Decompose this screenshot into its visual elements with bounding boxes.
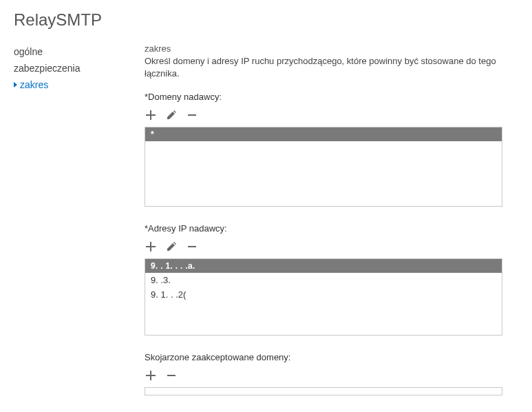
edit-button[interactable] xyxy=(165,109,178,121)
plus-icon xyxy=(146,371,156,380)
assoc-domains-label: Skojarzone zaakceptowane domeny: xyxy=(145,352,502,362)
assoc-domains-toolbar xyxy=(145,367,502,387)
pencil-icon xyxy=(167,110,176,120)
svg-rect-2 xyxy=(167,375,175,376)
edit-button[interactable] xyxy=(165,240,178,253)
list-item[interactable]: 9. .3. xyxy=(145,273,502,287)
svg-rect-0 xyxy=(188,114,196,116)
sender-domains-label: *Domeny nadawcy: xyxy=(145,92,502,102)
main-content: zakres Określ domeny i adresy IP ruchu p… xyxy=(145,43,502,412)
add-button[interactable] xyxy=(145,109,157,121)
minus-icon xyxy=(167,371,176,380)
sender-ips-listbox[interactable]: 9. . 1. . . .a. 9. .3. 9. 1. . .2( xyxy=(145,258,502,336)
sidebar-item-label: zabezpieczenia xyxy=(14,63,81,74)
sender-ips-label: *Adresy IP nadawcy: xyxy=(145,223,502,234)
svg-rect-1 xyxy=(188,246,196,247)
sidebar: ogólne zabezpieczenia zakres xyxy=(14,43,124,412)
remove-button[interactable] xyxy=(186,109,198,121)
add-button[interactable] xyxy=(145,369,157,382)
minus-icon xyxy=(187,110,197,120)
sidebar-item-scope[interactable]: zakres xyxy=(14,76,124,93)
sender-ips-toolbar xyxy=(145,238,502,258)
list-item[interactable]: * xyxy=(145,127,502,141)
add-button[interactable] xyxy=(145,240,157,253)
section-description: Określ domeny i adresy IP ruchu przychod… xyxy=(145,55,502,79)
list-item[interactable]: 9. 1. . .2( xyxy=(145,287,502,302)
caret-right-icon xyxy=(14,82,17,87)
plus-icon xyxy=(146,110,156,120)
list-item[interactable]: 9. . 1. . . .a. xyxy=(145,259,502,273)
sidebar-item-label: zakres xyxy=(20,79,48,90)
sender-domains-listbox[interactable]: * xyxy=(145,127,502,207)
sidebar-item-label: ogólne xyxy=(14,46,43,57)
remove-button[interactable] xyxy=(165,369,178,382)
page-title: RelaySMTP xyxy=(14,10,518,30)
sidebar-item-security[interactable]: zabezpieczenia xyxy=(14,60,124,76)
minus-icon xyxy=(187,242,197,251)
plus-icon xyxy=(146,242,156,251)
section-heading: zakres xyxy=(145,43,502,54)
assoc-domains-listbox[interactable] xyxy=(145,387,502,395)
sidebar-item-general[interactable]: ogólne xyxy=(14,43,124,60)
remove-button[interactable] xyxy=(186,240,198,253)
sender-domains-toolbar xyxy=(145,106,502,127)
pencil-icon xyxy=(167,242,176,251)
